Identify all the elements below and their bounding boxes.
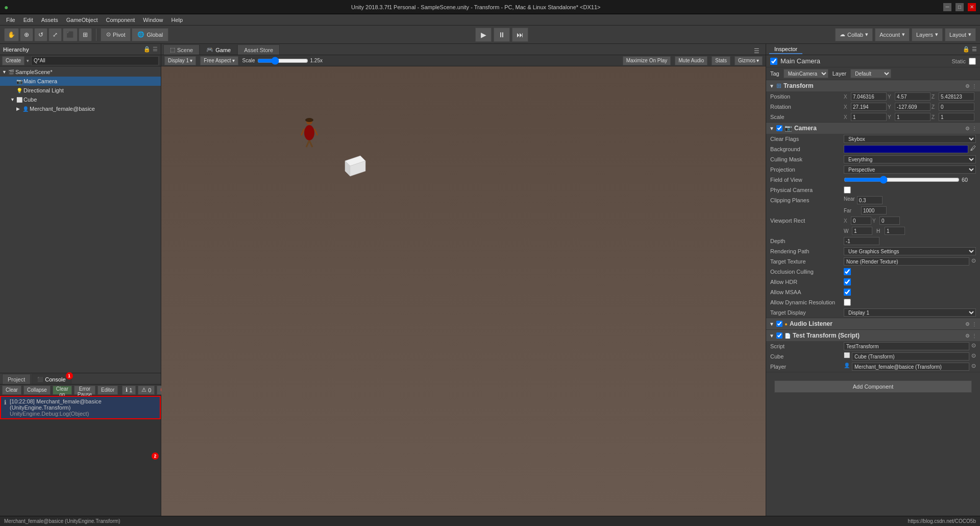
vp-x-input[interactable] (851, 217, 871, 225)
global-button[interactable]: 🌐 Global (132, 28, 168, 41)
allow-msaa-checkbox[interactable] (844, 289, 851, 296)
mute-audio-button[interactable]: Mute Audio (675, 56, 707, 65)
test-transform-header[interactable]: ▼ 📄 Test Transform (Script) ⚙ ⋮ (766, 330, 980, 341)
add-component-button[interactable]: Add Component (774, 380, 972, 393)
hierarchy-menu-icon[interactable]: ☰ (153, 46, 158, 53)
layer-dropdown[interactable]: Default (850, 69, 891, 78)
position-y-input[interactable] (895, 92, 930, 101)
static-checkbox[interactable] (969, 58, 976, 65)
allow-hdr-checkbox[interactable] (844, 278, 851, 285)
tag-dropdown[interactable]: MainCamera (783, 69, 828, 78)
audio-listener-settings-icon[interactable]: ⚙ (965, 321, 970, 327)
projection-dropdown[interactable]: Perspective Orthographic (844, 165, 976, 174)
transform-header[interactable]: ▼ ⊞ Transform ⚙ ⋮ (766, 80, 980, 91)
tool-rect[interactable]: ⬛ (63, 28, 78, 41)
tab-asset-store[interactable]: Asset Store (237, 44, 280, 55)
clipping-near-input[interactable] (857, 196, 883, 204)
depth-input[interactable] (844, 237, 879, 245)
clear-flags-dropdown[interactable]: Skybox (844, 135, 976, 143)
inspector-tab[interactable]: Inspector (769, 45, 802, 54)
dynamic-resolution-checkbox[interactable] (844, 299, 851, 306)
audio-listener-enabled-checkbox[interactable] (776, 321, 782, 327)
tree-item-dirlight[interactable]: 💡 Directional Light (0, 86, 161, 95)
clipping-far-input[interactable] (861, 206, 887, 214)
object-name-field[interactable]: Main Camera (780, 57, 948, 65)
menu-assets[interactable]: Assets (37, 14, 62, 25)
rotation-x-input[interactable] (851, 103, 887, 111)
layout-button[interactable]: Layout ▾ (945, 28, 976, 41)
player-input[interactable] (852, 363, 969, 371)
camera-enabled-checkbox[interactable] (776, 125, 782, 131)
menu-edit[interactable]: Edit (19, 14, 37, 25)
fov-slider[interactable] (844, 176, 960, 183)
rotation-y-input[interactable] (895, 103, 930, 111)
background-color-picker[interactable] (844, 145, 968, 153)
tab-scene[interactable]: ⬚ Scene (163, 44, 200, 55)
script-picker[interactable]: ⊙ (971, 342, 976, 350)
vp-y-input[interactable] (879, 217, 900, 225)
test-transform-settings-icon[interactable]: ⚙ (965, 333, 970, 339)
menu-file[interactable]: File (2, 14, 19, 25)
scale-slider[interactable] (257, 57, 308, 65)
target-display-dropdown[interactable]: Display 1 (844, 308, 976, 317)
target-texture-input[interactable] (844, 257, 969, 266)
player-picker[interactable]: ⊙ (971, 363, 976, 371)
menu-help[interactable]: Help (167, 14, 187, 25)
aspect-button[interactable]: Free Aspect ▾ (200, 56, 238, 65)
tab-project[interactable]: Project (2, 374, 31, 384)
scale-x-input[interactable] (851, 113, 887, 121)
object-enabled-checkbox[interactable] (770, 58, 777, 65)
console-clear-button[interactable]: Clear (2, 386, 21, 395)
background-color-eyedropper[interactable]: 🖊 (970, 145, 976, 153)
physical-camera-checkbox[interactable] (844, 186, 851, 194)
test-transform-more-icon[interactable]: ⋮ (972, 333, 977, 339)
play-button[interactable]: ▶ (475, 28, 492, 42)
inspector-menu-icon[interactable]: ☰ (972, 46, 977, 53)
cube-field-input[interactable] (852, 352, 969, 361)
audio-listener-header[interactable]: ▼ ● Audio Listener ⚙ ⋮ (766, 318, 980, 329)
position-x-input[interactable] (851, 92, 887, 101)
close-button[interactable]: ✕ (968, 3, 976, 11)
script-input[interactable] (844, 342, 969, 350)
scale-y-input[interactable] (895, 113, 930, 121)
pivot-button[interactable]: ⊙ Pivot (101, 28, 131, 41)
tree-item-cube[interactable]: ▼ ⬜ Cube (0, 95, 161, 104)
test-transform-enabled-checkbox[interactable] (776, 332, 782, 339)
tab-game[interactable]: 🎮 Game (200, 44, 237, 55)
tool-transform[interactable]: ⊞ (79, 28, 92, 41)
transform-more-icon[interactable]: ⋮ (972, 83, 977, 89)
rendering-path-dropdown[interactable]: Use Graphics Settings (844, 247, 976, 255)
audio-listener-more-icon[interactable]: ⋮ (972, 321, 977, 327)
cube-picker[interactable]: ⊙ (971, 352, 976, 361)
camera-header[interactable]: ▼ 📷 Camera ⚙ ⋮ (766, 123, 980, 134)
tab-console[interactable]: ⬛ Console 1 (32, 374, 71, 384)
view-panel-menu[interactable]: ☰ (750, 47, 764, 55)
transform-settings-icon[interactable]: ⚙ (965, 83, 970, 89)
menu-component[interactable]: Component (102, 14, 139, 25)
layers-button[interactable]: Layers ▾ (912, 28, 943, 41)
tool-move[interactable]: ⊕ (20, 28, 33, 41)
account-button[interactable]: Account ▾ (875, 28, 910, 41)
maximize-on-play-button[interactable]: Maximize On Play (623, 56, 671, 65)
maximize-button[interactable]: □ (955, 3, 964, 11)
console-entry-0[interactable]: ℹ [10:22:08] Merchant_female@basice (Uni… (0, 396, 161, 419)
menu-gameobject[interactable]: GameObject (62, 14, 102, 25)
vp-w-input[interactable] (852, 227, 872, 235)
tool-scale[interactable]: ⤢ (48, 28, 62, 41)
hierarchy-search-input[interactable] (31, 56, 159, 65)
console-error-pause-button[interactable]: Error Pause (74, 386, 95, 395)
pause-button[interactable]: ⏸ (494, 28, 510, 42)
rotation-z-input[interactable] (939, 103, 974, 111)
vp-h-input[interactable] (885, 227, 905, 235)
culling-mask-dropdown[interactable]: Everything (844, 155, 976, 163)
target-texture-picker[interactable]: ⊙ (971, 257, 976, 266)
stats-button[interactable]: Stats (712, 56, 730, 65)
tree-item-maincamera[interactable]: 📷 Main Camera (0, 77, 161, 86)
occlusion-culling-checkbox[interactable] (844, 268, 851, 275)
tree-item-merchant[interactable]: ▶ 👤 Merchant_female@basice (0, 104, 161, 113)
tool-hand[interactable]: ✋ (4, 28, 19, 41)
scale-z-input[interactable] (939, 113, 974, 121)
camera-more-icon[interactable]: ⋮ (972, 126, 977, 131)
step-button[interactable]: ⏭ (512, 28, 528, 42)
hierarchy-create-button[interactable]: Create (2, 56, 24, 65)
